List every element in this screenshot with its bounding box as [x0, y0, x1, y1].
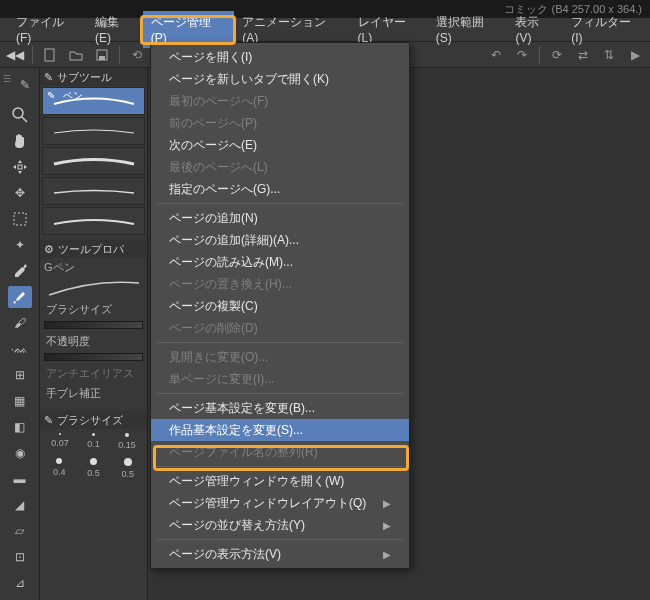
- brush-icon[interactable]: 🖌: [8, 312, 32, 334]
- subtool-title: サブツール: [57, 70, 112, 85]
- svg-point-3: [13, 108, 23, 118]
- mi-goto-page[interactable]: 指定のページへ(G)...: [151, 178, 409, 200]
- mi-add-page-detail[interactable]: ページの追加(詳細)(A)...: [151, 229, 409, 251]
- subtool-header[interactable]: ✎ サブツール: [40, 68, 147, 86]
- chevron-right-icon: ▶: [383, 520, 391, 531]
- svg-rect-2: [99, 56, 105, 60]
- new-doc-icon[interactable]: [41, 46, 59, 64]
- rotate-icon[interactable]: ⟳: [548, 46, 566, 64]
- chevron-right-icon: ▶: [383, 498, 391, 509]
- brush-icon: ✎: [44, 71, 53, 84]
- fill-icon[interactable]: ▬: [8, 468, 32, 490]
- mi-prev-page: 前のページへ(P): [151, 112, 409, 134]
- magnify-icon[interactable]: [8, 104, 32, 126]
- mi-to-spread: 見開きに変更(O)...: [151, 346, 409, 368]
- toolprop-header[interactable]: ⚙ ツールプロパ: [40, 240, 147, 258]
- playback-icon[interactable]: ▶: [626, 46, 644, 64]
- blend-icon[interactable]: ◉: [8, 442, 32, 464]
- menu-selection[interactable]: 選択範囲(S): [428, 11, 508, 48]
- hand-icon[interactable]: [8, 130, 32, 152]
- mi-replace-page: ページの置き換え(H)...: [151, 273, 409, 295]
- shape-icon[interactable]: ▱: [8, 520, 32, 542]
- mi-sort-filenames: ページファイル名の整列(R): [151, 441, 409, 463]
- collapse-icon[interactable]: ☰: [3, 74, 11, 96]
- mi-duplicate-page[interactable]: ページの複製(C): [151, 295, 409, 317]
- subtool-item[interactable]: [42, 177, 145, 205]
- mi-import-page[interactable]: ページの読み込み(M)...: [151, 251, 409, 273]
- flipv-icon[interactable]: ⇅: [600, 46, 618, 64]
- mi-open-page[interactable]: ページを開く(I): [151, 46, 409, 68]
- menu-view[interactable]: 表示(V): [507, 11, 563, 48]
- slider[interactable]: [44, 321, 143, 329]
- menubar: ファイル(F) 編集(E) ページ管理(P) アニメーション(A) レイヤー(L…: [0, 18, 650, 42]
- brushsize-title: ブラシサイズ: [57, 413, 123, 428]
- slider[interactable]: [44, 353, 143, 361]
- brush-preset[interactable]: 0.5: [122, 458, 135, 479]
- prop-stabilize[interactable]: 手ブレ補正: [40, 383, 147, 403]
- open-icon[interactable]: [67, 46, 85, 64]
- airbrush-icon[interactable]: ·ᨐ: [8, 338, 32, 360]
- brush-icon: ✎: [44, 414, 53, 427]
- brush-preset[interactable]: 0.07: [51, 433, 69, 450]
- brushsize-header[interactable]: ✎ ブラシサイズ: [40, 411, 147, 429]
- svg-rect-6: [14, 213, 26, 225]
- eraser-icon[interactable]: ◧: [8, 416, 32, 438]
- wand-icon[interactable]: ✦: [8, 234, 32, 256]
- prop-opacity[interactable]: 不透明度: [40, 331, 147, 351]
- pattern-icon[interactable]: ⊞: [8, 364, 32, 386]
- mi-delete-page: ページの削除(D): [151, 317, 409, 339]
- fliph-icon[interactable]: ⇄: [574, 46, 592, 64]
- toolprop-title: ツールプロパ: [58, 242, 124, 257]
- move-icon[interactable]: [8, 156, 32, 178]
- mi-open-page-window[interactable]: ページ管理ウィンドウを開く(W): [151, 470, 409, 492]
- mi-next-page[interactable]: 次のページへ(E): [151, 134, 409, 156]
- gradient-icon[interactable]: ◢: [8, 494, 32, 516]
- gpen-label: Gペン: [40, 258, 147, 277]
- subtool-item-pen[interactable]: ✎ ペン: [42, 87, 145, 115]
- toolbox: ☰✎ ✥ ✦ 🖌 ·ᨐ ⊞ ▦ ◧ ◉ ▬ ◢ ▱ ⊡ ⊿: [0, 68, 40, 600]
- subtool-item[interactable]: [42, 117, 145, 145]
- ruler-icon[interactable]: ⊿: [8, 572, 32, 594]
- page-manage-dropdown: ページを開く(I) ページを新しいタブで開く(K) 最初のページへ(F) 前のペ…: [150, 42, 410, 569]
- mi-change-page-settings[interactable]: ページ基本設定を変更(B)...: [151, 397, 409, 419]
- menu-filter[interactable]: フィルター(I): [563, 11, 650, 48]
- mi-last-page: 最後のページへ(L): [151, 156, 409, 178]
- pen-icon[interactable]: [8, 286, 32, 308]
- brush-preset[interactable]: 0.4: [53, 458, 66, 479]
- mi-page-display-method[interactable]: ページの表示方法(V)▶: [151, 543, 409, 565]
- eyedrop-icon[interactable]: [8, 260, 32, 282]
- expand-left-icon[interactable]: ◀◀: [6, 48, 24, 62]
- prop-antialias: アンチエイリアス: [40, 363, 147, 383]
- svg-rect-5: [18, 165, 22, 169]
- menu-file[interactable]: ファイル(F): [8, 11, 87, 48]
- gear-icon: ⚙: [44, 243, 54, 256]
- subtool-item[interactable]: [42, 207, 145, 235]
- undo2-icon[interactable]: ↶: [487, 46, 505, 64]
- subtool-panel: ✎ サブツール ✎ ペン ⚙ ツールプロパ Gペン ブラシサイズ 不透明度 アン…: [40, 68, 148, 600]
- undo-icon[interactable]: ⟲: [128, 46, 146, 64]
- brush-preset[interactable]: 0.15: [118, 433, 136, 450]
- chevron-right-icon: ▶: [383, 549, 391, 560]
- mi-first-page: 最初のページへ(F): [151, 90, 409, 112]
- redo2-icon[interactable]: ↷: [513, 46, 531, 64]
- frame-icon[interactable]: ⊡: [8, 546, 32, 568]
- svg-line-4: [22, 117, 27, 122]
- mi-open-new-tab[interactable]: ページを新しいタブで開く(K): [151, 68, 409, 90]
- mi-add-page[interactable]: ページの追加(N): [151, 207, 409, 229]
- menu-edit[interactable]: 編集(E): [87, 11, 143, 48]
- mi-to-single: 単ページに変更(I)...: [151, 368, 409, 390]
- brush-preset[interactable]: 0.1: [87, 433, 100, 450]
- prop-brush-size[interactable]: ブラシサイズ: [40, 299, 147, 319]
- mi-page-sort-method[interactable]: ページの並び替え方法(Y)▶: [151, 514, 409, 536]
- svg-rect-0: [45, 49, 54, 61]
- mi-change-work-settings[interactable]: 作品基本設定を変更(S)...: [151, 419, 409, 441]
- hatch-icon[interactable]: ▦: [8, 390, 32, 412]
- brush-preset[interactable]: 0.5: [87, 458, 100, 479]
- mi-page-window-layout[interactable]: ページ管理ウィンドウレイアウト(Q)▶: [151, 492, 409, 514]
- subtool-item[interactable]: [42, 147, 145, 175]
- marquee-icon[interactable]: [8, 208, 32, 230]
- transform-icon[interactable]: ✥: [8, 182, 32, 204]
- brush-tool-icon[interactable]: ✎: [13, 74, 37, 96]
- save-icon[interactable]: [93, 46, 111, 64]
